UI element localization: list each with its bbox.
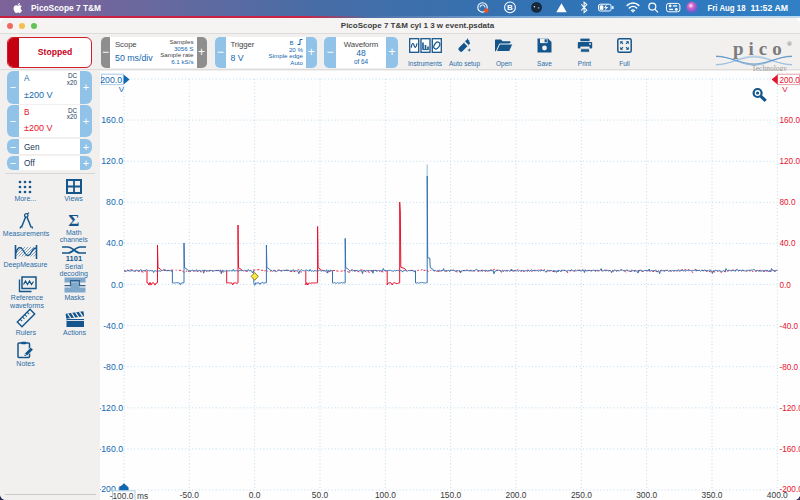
svg-text:200.0: 200.0 bbox=[100, 74, 122, 84]
svg-text:-120.0: -120.0 bbox=[100, 402, 123, 412]
svg-text:1101: 1101 bbox=[66, 254, 82, 262]
svg-text:160.0: 160.0 bbox=[780, 116, 800, 125]
svg-text:-80.0: -80.0 bbox=[780, 362, 799, 371]
svg-text:300.0: 300.0 bbox=[636, 490, 657, 500]
svg-text:0.0: 0.0 bbox=[249, 490, 261, 500]
svg-text:40.0: 40.0 bbox=[106, 238, 123, 248]
svg-text:160.0: 160.0 bbox=[101, 115, 123, 125]
svg-text:-50.0: -50.0 bbox=[180, 490, 199, 500]
svg-text:350.0: 350.0 bbox=[702, 490, 723, 500]
svg-text:V: V bbox=[782, 84, 788, 93]
svg-text:100.0: 100.0 bbox=[375, 490, 396, 500]
svg-text:120.0: 120.0 bbox=[780, 157, 800, 166]
svg-text:ms: ms bbox=[137, 490, 148, 500]
svg-text:120.0: 120.0 bbox=[101, 156, 123, 166]
svg-text:B: B bbox=[507, 3, 513, 12]
svg-text:11:52 AM: 11:52 AM bbox=[751, 4, 789, 13]
svg-text:-100.0: -100.0 bbox=[110, 490, 134, 500]
svg-text:40.0: 40.0 bbox=[780, 239, 796, 248]
svg-text:-120.0: -120.0 bbox=[780, 403, 800, 412]
svg-text:-40.0: -40.0 bbox=[780, 321, 799, 330]
svg-text:-160.0: -160.0 bbox=[100, 443, 123, 453]
svg-text:400.0: 400.0 bbox=[767, 490, 788, 500]
svg-text:50.0: 50.0 bbox=[312, 490, 329, 500]
svg-text:0.0: 0.0 bbox=[780, 280, 792, 289]
svg-text:Fri Aug 18: Fri Aug 18 bbox=[708, 4, 746, 13]
svg-text:PicoScope 7 T&M: PicoScope 7 T&M bbox=[31, 4, 101, 13]
svg-text:80.0: 80.0 bbox=[106, 197, 123, 207]
svg-text:200.0: 200.0 bbox=[506, 490, 527, 500]
svg-text:0.0: 0.0 bbox=[111, 279, 123, 289]
svg-text:V: V bbox=[119, 84, 125, 93]
svg-text:-40.0: -40.0 bbox=[103, 320, 123, 330]
svg-text:-160.0: -160.0 bbox=[780, 444, 800, 453]
svg-text:80.0: 80.0 bbox=[780, 198, 796, 207]
svg-text:250.0: 250.0 bbox=[571, 490, 592, 500]
svg-text:150.0: 150.0 bbox=[440, 490, 461, 500]
svg-text:200.0: 200.0 bbox=[779, 75, 800, 84]
svg-text:-80.0: -80.0 bbox=[103, 361, 123, 371]
